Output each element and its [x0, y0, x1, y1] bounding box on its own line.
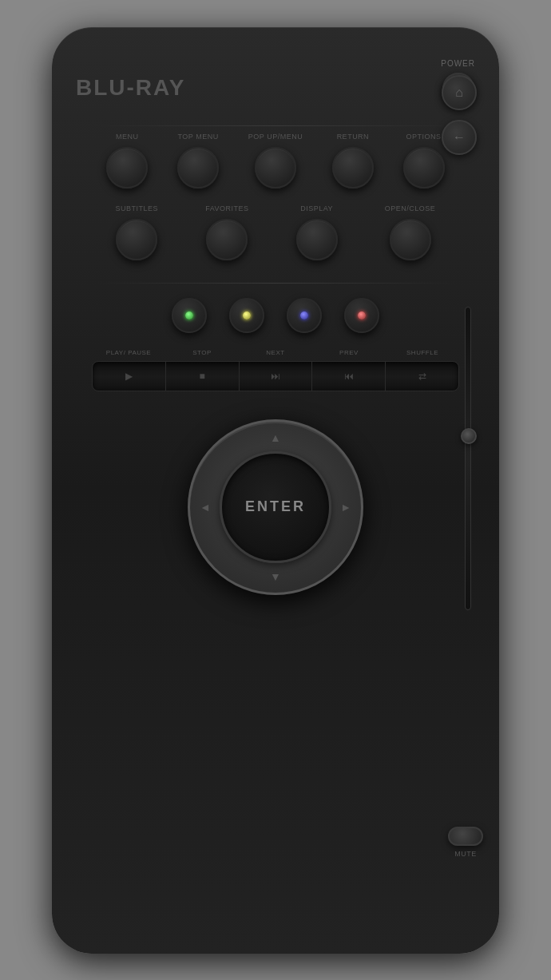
down-arrow[interactable]: ▼: [270, 570, 281, 583]
shuffle-label: SHUFFLE: [386, 349, 459, 356]
led-green-button[interactable]: [172, 298, 207, 333]
return-group: RETURN: [332, 133, 374, 188]
return-label: RETURN: [337, 133, 370, 141]
top-menu-label: TOP MENU: [177, 133, 218, 141]
prev-button[interactable]: ⏮: [312, 362, 386, 391]
led-red-dot: [358, 311, 366, 319]
transport-bar: ▶ ■ ⏭ ⏮ ⇄: [92, 361, 459, 391]
subtitles-button[interactable]: [116, 219, 157, 260]
up-arrow[interactable]: ▲: [270, 431, 281, 444]
favorites-group: FAVORITES: [205, 204, 248, 260]
mute-button[interactable]: [448, 827, 483, 846]
next-button[interactable]: ⏭: [240, 362, 313, 391]
subtitles-label: SUBTITLES: [116, 204, 159, 212]
separator-1: [96, 125, 455, 126]
right-arrow[interactable]: ►: [340, 501, 351, 514]
led-row: [172, 298, 379, 333]
remote-control: BLU-RAY POWER ⌂ ← MENU TOP MENU: [52, 27, 499, 954]
button-row-2: SUBTITLES FAVORITES DISPLAY OPEN/CLOSE: [92, 204, 459, 260]
open-close-button[interactable]: [390, 219, 431, 260]
transport-labels: PLAY/ PAUSE STOP NEXT PREV SHUFFLE: [92, 349, 459, 356]
left-arrow[interactable]: ◄: [200, 501, 211, 514]
right-sidebar: ⌂ ←: [442, 75, 477, 155]
led-yellow-button[interactable]: [229, 298, 264, 333]
stop-label: STOP: [165, 349, 239, 356]
popup-menu-label: POP UP/MENU: [248, 133, 303, 141]
top-menu-button[interactable]: [177, 147, 219, 188]
return-button[interactable]: [332, 147, 374, 188]
home-button[interactable]: ⌂: [442, 75, 477, 110]
enter-button[interactable]: ENTER: [220, 451, 331, 563]
open-close-group: OPEN/CLOSE: [385, 204, 436, 260]
led-yellow-dot: [243, 311, 251, 319]
home-icon: ⌂: [455, 85, 463, 100]
favorites-button[interactable]: [206, 219, 248, 260]
mute-label: MUTE: [454, 850, 477, 858]
header: BLU-RAY POWER: [76, 59, 475, 105]
popup-menu-group: POP UP/MENU: [248, 133, 303, 188]
play-pause-button[interactable]: ▶: [93, 362, 166, 391]
menu-label: MENU: [116, 133, 139, 141]
dpad-outer: ▲ ▼ ◄ ► ENTER: [188, 419, 363, 595]
power-label: POWER: [441, 59, 475, 68]
menu-button[interactable]: [106, 147, 148, 188]
popup-menu-button[interactable]: [255, 147, 296, 188]
top-menu-group: TOP MENU: [177, 133, 219, 188]
display-button[interactable]: [296, 219, 338, 260]
menu-group: MENU: [106, 133, 148, 188]
separator-2: [96, 283, 455, 284]
options-button[interactable]: [403, 147, 445, 188]
play-pause-label: PLAY/ PAUSE: [92, 349, 165, 356]
brand-label: BLU-RAY: [76, 59, 185, 101]
subtitles-group: SUBTITLES: [116, 204, 159, 260]
mute-section: MUTE: [448, 827, 483, 858]
led-red-button[interactable]: [344, 298, 379, 333]
led-blue-button[interactable]: [287, 298, 322, 333]
back-button[interactable]: ←: [442, 120, 477, 155]
button-row-1: MENU TOP MENU POP UP/MENU RETURN OPTIONS: [92, 133, 459, 188]
open-close-label: OPEN/CLOSE: [385, 204, 436, 212]
options-group: OPTIONS: [403, 133, 445, 188]
led-blue-dot: [300, 311, 308, 319]
shuffle-button[interactable]: ⇄: [386, 362, 458, 391]
favorites-label: FAVORITES: [205, 204, 248, 212]
display-label: DISPLAY: [300, 204, 333, 212]
display-group: DISPLAY: [296, 204, 338, 260]
buttons-section-1: MENU TOP MENU POP UP/MENU RETURN OPTIONS: [76, 133, 475, 276]
enter-label: ENTER: [245, 498, 306, 515]
dpad-section: ▲ ▼ ◄ ► ENTER: [188, 419, 363, 595]
transport-section: PLAY/ PAUSE STOP NEXT PREV SHUFFLE ▶ ■ ⏭…: [76, 349, 475, 391]
options-label: OPTIONS: [406, 133, 442, 141]
led-green-dot: [185, 311, 193, 319]
back-icon: ←: [453, 130, 466, 145]
volume-slider-track[interactable]: [465, 307, 471, 610]
volume-slider-thumb[interactable]: [461, 428, 477, 444]
stop-button[interactable]: ■: [166, 362, 240, 391]
next-label: NEXT: [239, 349, 312, 356]
prev-label: PREV: [312, 349, 386, 356]
